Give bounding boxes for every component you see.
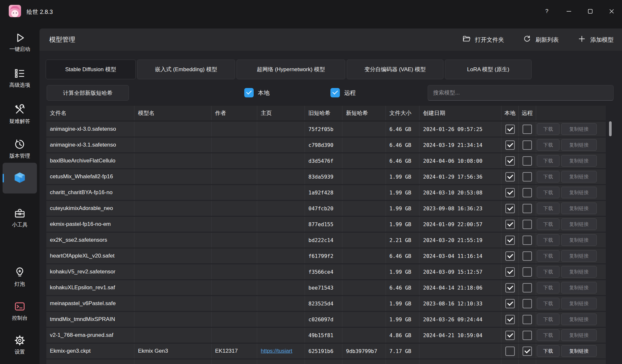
- download-button[interactable]: 下载: [537, 123, 559, 135]
- remote-checkbox[interactable]: [523, 331, 532, 340]
- download-button[interactable]: 下载: [537, 187, 559, 198]
- download-button[interactable]: 下载: [537, 250, 559, 262]
- help-button[interactable]: ?: [539, 4, 555, 19]
- copy-link-button[interactable]: 复制链接: [561, 329, 597, 341]
- copy-link-button[interactable]: 复制链接: [561, 203, 597, 214]
- sidebar-item-troubleshoot[interactable]: 疑难解答: [0, 104, 40, 125]
- copy-link-button[interactable]: 复制链接: [561, 250, 597, 262]
- tab-lora[interactable]: LoRA 模型 (原生): [445, 60, 532, 79]
- cell-filesize: 1.99 GB: [386, 264, 420, 279]
- copy-link-button[interactable]: 复制链接: [561, 171, 597, 182]
- local-checkbox[interactable]: [505, 267, 515, 277]
- remote-checkbox[interactable]: [523, 172, 532, 182]
- remote-checkbox[interactable]: [523, 204, 532, 213]
- minimize-button[interactable]: [561, 4, 577, 19]
- remote-checkbox[interactable]: [523, 251, 532, 261]
- copy-link-button[interactable]: 复制链接: [561, 345, 597, 357]
- maximize-button[interactable]: [582, 4, 598, 19]
- sidebar-item-settings[interactable]: 设置: [0, 334, 40, 356]
- table-row: ex2K_sse2.safetensors bd222c14 2.21 GB 2…: [46, 233, 606, 248]
- download-button[interactable]: 下载: [537, 234, 559, 246]
- table-row: heartOfAppleXL_v20.safet f61799f2 6.46 G…: [46, 248, 606, 263]
- download-button[interactable]: 下载: [537, 329, 559, 341]
- cell-modelname: [134, 280, 212, 295]
- remote-checkbox[interactable]: [523, 315, 532, 324]
- local-checkbox[interactable]: [505, 283, 515, 292]
- download-button[interactable]: 下载: [537, 298, 559, 309]
- copy-link-button[interactable]: 复制链接: [561, 266, 597, 278]
- download-button[interactable]: 下载: [537, 345, 559, 357]
- sidebar-item-model-manager[interactable]: [3, 163, 37, 193]
- cell-created: 2024-03-09 15:12:57: [420, 264, 501, 279]
- cell-homepage: [257, 153, 305, 168]
- vertical-scrollbar-thumb[interactable]: [609, 121, 612, 136]
- local-checkbox[interactable]: [505, 251, 515, 261]
- download-button[interactable]: 下载: [537, 282, 559, 293]
- local-checkbox[interactable]: [505, 220, 515, 229]
- compute-hash-button[interactable]: 计算全部新版短哈希: [47, 85, 129, 101]
- model-homepage-link[interactable]: https://tusiart: [261, 348, 292, 354]
- local-checkbox[interactable]: [505, 236, 515, 245]
- cell-filename: animagine-xl-3.1.safetenso: [46, 138, 134, 152]
- download-button[interactable]: 下载: [537, 171, 559, 182]
- download-button[interactable]: 下载: [537, 155, 559, 167]
- copy-link-button[interactable]: 复制链接: [561, 234, 597, 246]
- cell-filename: tmndMix_tmndMixSPRAIN: [46, 312, 134, 327]
- local-checkbox[interactable]: [505, 299, 515, 308]
- cell-oldhash: 1a92f428: [305, 185, 342, 200]
- open-folder-button[interactable]: 打开文件夹: [462, 35, 504, 45]
- local-checkbox[interactable]: [505, 204, 515, 213]
- remote-checkbox[interactable]: [523, 299, 532, 308]
- local-checkbox[interactable]: [505, 172, 515, 182]
- copy-link-button[interactable]: 复制链接: [561, 187, 597, 198]
- remote-checkbox[interactable]: [523, 283, 532, 292]
- copy-link-button[interactable]: 复制链接: [561, 123, 597, 135]
- local-checkbox[interactable]: [505, 125, 515, 134]
- remote-checkbox[interactable]: [523, 220, 532, 229]
- remote-checkbox[interactable]: [523, 125, 532, 134]
- tab-stable-diffusion[interactable]: Stable Diffusion 模型: [46, 60, 136, 79]
- local-checkbox[interactable]: [505, 331, 515, 340]
- sidebar-item-console[interactable]: 控制台: [0, 300, 40, 322]
- local-checkbox[interactable]: [505, 140, 515, 150]
- download-button[interactable]: 下载: [537, 139, 559, 151]
- tab-hypernetwork[interactable]: 超网络 (Hypernetwork) 模型: [236, 60, 345, 79]
- refresh-list-button[interactable]: 刷新列表: [523, 35, 559, 45]
- remote-checkbox[interactable]: [523, 267, 532, 277]
- sidebar-item-lightbulb[interactable]: 灯泡: [0, 266, 40, 288]
- download-button[interactable]: 下载: [537, 203, 559, 214]
- sidebar-item-quick-launch[interactable]: 一键启动: [0, 31, 40, 53]
- remote-checkbox[interactable]: [523, 236, 532, 245]
- remote-checkbox[interactable]: [523, 156, 532, 166]
- cell-modelname: [134, 185, 212, 200]
- copy-link-button[interactable]: 复制链接: [561, 218, 597, 230]
- copy-link-button[interactable]: 复制链接: [561, 139, 597, 151]
- sidebar-item-advanced-options[interactable]: 高级选项: [0, 67, 40, 89]
- tab-embedding[interactable]: 嵌入式 (Embedding) 模型: [137, 60, 235, 79]
- add-model-button[interactable]: 添加模型: [578, 35, 614, 45]
- remote-checkbox[interactable]: [523, 347, 532, 356]
- copy-link-button[interactable]: 复制链接: [561, 282, 597, 293]
- tab-vae[interactable]: 变分自编码器 (VAE) 模型: [347, 60, 443, 79]
- local-checkbox[interactable]: [505, 315, 515, 324]
- local-filter-checkbox[interactable]: [244, 88, 254, 97]
- cell-modelname: [134, 264, 212, 279]
- download-button[interactable]: 下载: [537, 314, 559, 325]
- remote-checkbox[interactable]: [523, 140, 532, 150]
- remote-checkbox[interactable]: [523, 188, 532, 197]
- local-checkbox[interactable]: [505, 188, 515, 197]
- copy-link-button[interactable]: 复制链接: [561, 314, 597, 325]
- copy-link-button[interactable]: 复制链接: [561, 298, 597, 309]
- remote-filter-checkbox[interactable]: [330, 88, 340, 97]
- close-button[interactable]: [604, 4, 620, 19]
- download-button[interactable]: 下载: [537, 266, 559, 278]
- local-checkbox[interactable]: [505, 156, 515, 166]
- local-checkbox[interactable]: [505, 347, 515, 356]
- sidebar-item-version-manager[interactable]: 版本管理: [0, 138, 40, 160]
- search-input[interactable]: [428, 85, 614, 101]
- col-header-author: 作者: [212, 106, 257, 120]
- copy-link-button[interactable]: 复制链接: [561, 155, 597, 167]
- cell-filename: Ekmix-gen3.ckpt: [46, 344, 134, 358]
- sidebar-item-small-tools[interactable]: 小工具: [0, 207, 40, 228]
- download-button[interactable]: 下载: [537, 218, 559, 230]
